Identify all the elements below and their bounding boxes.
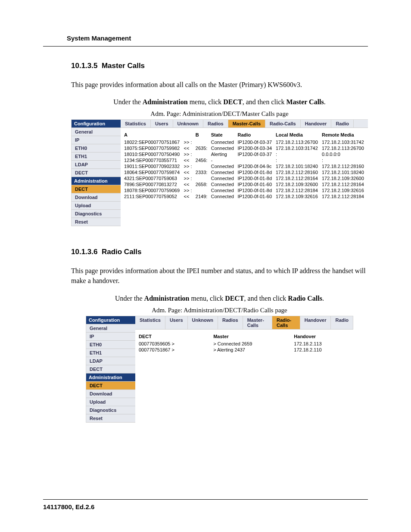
sidebar-item-ip[interactable]: IP xyxy=(86,333,135,341)
cell: IP1200-0f-01-8d xyxy=(236,175,274,181)
tab-master-calls[interactable]: Master-Calls xyxy=(228,120,265,128)
sidebar-item-general[interactable]: General xyxy=(86,324,135,333)
cell: << xyxy=(182,169,194,175)
cell: 2658: xyxy=(194,181,209,187)
col-header: Master xyxy=(212,332,292,341)
cell: IP1200-0f-03-37 xyxy=(236,139,274,145)
sidebar-item-ldap[interactable]: LDAP xyxy=(72,161,121,169)
sidebar-item-upload[interactable]: Upload xyxy=(86,398,135,406)
cell: 172.18.2.112:28184 xyxy=(320,193,366,199)
sidebar-item-eth1[interactable]: ETH1 xyxy=(72,152,121,161)
sidebar-item-download[interactable]: Download xyxy=(72,193,121,202)
cell: 172.18.2.110 xyxy=(292,347,352,353)
sidebar-item-dect[interactable]: DECT xyxy=(72,169,121,177)
cell: Connected xyxy=(209,187,236,193)
cell: 18064:SEP000770759874 xyxy=(122,169,182,175)
cell: 172.18.2.103:31742 xyxy=(320,139,366,145)
tab-users[interactable]: Users xyxy=(151,120,173,128)
tab-statistics[interactable]: Statistics xyxy=(121,120,151,128)
tab-handover[interactable]: Handover xyxy=(300,316,331,329)
cell: 1234:SEP000770355771 xyxy=(122,157,182,163)
cell: 2635: xyxy=(194,145,209,151)
cell: : xyxy=(274,157,320,163)
tab-master-calls[interactable]: Master-Calls xyxy=(243,316,272,329)
cell: IP1200-0f-01-8d xyxy=(236,187,274,193)
cell: - xyxy=(209,157,236,163)
cell xyxy=(194,151,209,157)
col-header: B xyxy=(194,131,209,139)
tab-unknown[interactable]: Unknown xyxy=(173,120,204,128)
sidebar-item-ip[interactable]: IP xyxy=(72,136,121,144)
section-title: 10.1.3.6 Radio Calls xyxy=(71,248,368,256)
section-title: 10.1.3.5 Master Calls xyxy=(71,62,368,70)
tab-radio-calls[interactable]: Radio-Calls xyxy=(265,120,301,128)
cell: 172.18.2.112:28164 xyxy=(320,181,366,187)
col-header: Radio xyxy=(236,131,274,139)
cell: 7896:SEP000770813272 xyxy=(122,181,182,187)
section-name: Master Calls xyxy=(102,62,145,70)
tab-users[interactable]: Users xyxy=(165,316,188,329)
tab-radio[interactable]: Radio xyxy=(331,316,353,329)
cell: IP1200-0f-04-9c xyxy=(236,163,274,169)
radio-calls-table: DECTMasterHandover 000770359605 >> Conne… xyxy=(137,332,352,353)
col-header: A xyxy=(122,131,182,139)
sidebar-header-admin: Administration xyxy=(86,373,135,382)
cell: 19011:SEP000770902332 xyxy=(122,163,182,169)
cell: 0.0.0.0:0 xyxy=(320,151,366,157)
tab-radios[interactable]: Radios xyxy=(203,120,228,128)
table-row: 4321:SEP000770759063>> :ConnectedIP1200-… xyxy=(122,175,366,181)
doc-footer: 14117800, Ed.2.6 xyxy=(43,499,368,510)
cell: << xyxy=(182,193,194,199)
admin-screenshot-radio-calls: Configuration General IP ETH0 ETH1 LDAP … xyxy=(86,316,353,423)
tab-radio[interactable]: Radio xyxy=(331,120,354,128)
sidebar-item-dect[interactable]: DECT xyxy=(86,365,135,373)
admin-screenshot-master-calls: Configuration General IP ETH0 ETH1 LDAP … xyxy=(71,119,368,226)
cell: << xyxy=(182,145,194,151)
sidebar-item-download[interactable]: Download xyxy=(86,390,135,398)
sidebar-item-general[interactable]: General xyxy=(72,128,121,136)
sidebar-item-eth1[interactable]: ETH1 xyxy=(86,349,135,357)
nav-text: Under the Administration menu, click DEC… xyxy=(71,98,368,106)
cell: 172.18.2.113:26700 xyxy=(320,145,366,151)
cell: 2111:SEP000770759052 xyxy=(122,193,182,199)
cell: 18075:SEP000770759982 xyxy=(122,145,182,151)
sidebar-item-ldap[interactable]: LDAP xyxy=(86,357,135,365)
section-name: Radio Calls xyxy=(102,248,142,256)
tab-statistics[interactable]: Statistics xyxy=(135,316,165,329)
cell: Connected xyxy=(209,175,236,181)
cell xyxy=(236,157,274,163)
tab-unknown[interactable]: Unknown xyxy=(188,316,218,329)
cell: Connected xyxy=(209,163,236,169)
sidebar-item-admin-dect[interactable]: DECT xyxy=(72,185,121,193)
sidebar-item-upload[interactable]: Upload xyxy=(72,202,121,210)
cell: > Alerting 2437 xyxy=(212,347,292,353)
cell: IP1200-0f-01-8d xyxy=(236,169,274,175)
sidebar-header-config: Configuration xyxy=(72,120,121,128)
tab-radio-calls[interactable]: Radio-Calls xyxy=(272,316,300,329)
sidebar-item-eth0[interactable]: ETH0 xyxy=(72,144,121,152)
cell: >> : xyxy=(182,187,194,193)
cell: 172.18.2.112:28160 xyxy=(274,169,320,175)
cell: 172.18.2.109:32616 xyxy=(320,187,366,193)
sidebar-header-config: Configuration xyxy=(86,316,135,324)
cell: 18078:SEP000770759069 xyxy=(122,187,182,193)
cell: 2149: xyxy=(194,193,209,199)
tab-radios[interactable]: Radios xyxy=(218,316,243,329)
cell: : xyxy=(320,157,366,163)
section-num: 10.1.3.5 xyxy=(71,62,97,70)
cell: 172.18.2.112:28164 xyxy=(274,175,320,181)
cell: 172.18.2.109:32600 xyxy=(274,181,320,187)
cell: 2333: xyxy=(194,169,209,175)
intro-text: This page provides information about all… xyxy=(71,80,368,90)
nav-text: Under the Administration menu, click DEC… xyxy=(71,295,368,302)
sidebar-item-diagnostics[interactable]: Diagnostics xyxy=(86,406,135,414)
sidebar-item-admin-dect[interactable]: DECT xyxy=(86,382,135,390)
cell: << xyxy=(182,181,194,187)
sidebar-item-reset[interactable]: Reset xyxy=(86,414,135,423)
tab-handover[interactable]: Handover xyxy=(301,120,332,128)
sidebar-item-diagnostics[interactable]: Diagnostics xyxy=(72,210,121,218)
cell: >> : xyxy=(182,139,194,145)
cell: Connected xyxy=(209,181,236,187)
sidebar-item-reset[interactable]: Reset xyxy=(72,218,121,226)
sidebar-item-eth0[interactable]: ETH0 xyxy=(86,341,135,349)
